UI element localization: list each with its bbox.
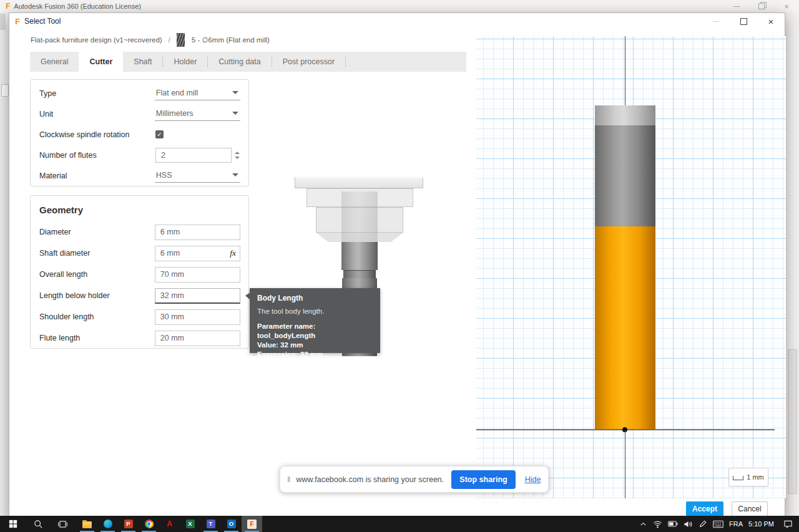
taskbar-teams[interactable]: T bbox=[200, 516, 221, 532]
tool-drawing-flute bbox=[595, 226, 655, 430]
acrobat-icon: A bbox=[167, 520, 172, 528]
unit-dropdown[interactable]: Millimeters bbox=[155, 107, 240, 121]
file-explorer-icon bbox=[82, 521, 92, 528]
clock[interactable]: 5:10 PM bbox=[748, 520, 774, 528]
number-of-flutes-input[interactable]: 2 bbox=[155, 148, 232, 163]
close-icon[interactable]: × bbox=[774, 0, 799, 12]
background-window-left-edge bbox=[0, 12, 9, 516]
taskbar-outlook[interactable]: O bbox=[221, 516, 242, 532]
task-view-icon bbox=[58, 520, 67, 529]
length-below-holder-input[interactable]: 32 mm bbox=[155, 288, 240, 304]
task-view-button[interactable] bbox=[52, 516, 73, 532]
tab-cutter[interactable]: Cutter bbox=[79, 52, 123, 72]
spindle-rotation-label: Clockwise spindle rotation bbox=[39, 130, 155, 139]
battery-icon[interactable] bbox=[668, 520, 678, 528]
drag-grip-icon[interactable]: ‖ bbox=[287, 475, 290, 484]
spindle-rotation-checkbox[interactable]: ✓ bbox=[155, 130, 164, 138]
search-button[interactable] bbox=[28, 516, 49, 532]
share-message: www.facebook.com is sharing your screen. bbox=[296, 475, 444, 484]
flutes-stepper[interactable] bbox=[235, 152, 240, 159]
breadcrumb-document[interactable]: Flat-pack furniture design (v1~recovered… bbox=[31, 36, 162, 44]
end-mill-icon bbox=[177, 33, 185, 47]
fusion360-icon: F bbox=[247, 520, 257, 529]
diameter-label: Diameter bbox=[39, 228, 155, 236]
tab-holder[interactable]: Holder bbox=[163, 52, 207, 72]
taskbar-fusion360[interactable]: F bbox=[242, 516, 262, 532]
system-tray: FRA 5:10 PM bbox=[639, 520, 793, 528]
type-dropdown[interactable]: Flat end mill bbox=[155, 87, 240, 100]
breadcrumb-tool: 5 - ∅6mm (Flat end mill) bbox=[192, 36, 270, 44]
tool-axis-line-top bbox=[625, 36, 625, 105]
tooltip-title: Body Length bbox=[257, 294, 373, 302]
taskbar-excel[interactable]: X bbox=[180, 516, 200, 532]
diameter-input[interactable]: 6 mm bbox=[155, 225, 240, 240]
number-of-flutes-label: Number of flutes bbox=[39, 151, 155, 160]
stop-sharing-button[interactable]: Stop sharing bbox=[451, 470, 515, 489]
chrome-icon bbox=[145, 520, 154, 528]
length-below-holder-label: Length below holder bbox=[39, 291, 155, 300]
geometry-panel: Geometry Diameter 6 mm Shaft diameter 6 … bbox=[30, 195, 249, 349]
cutter-form-panel: Type Flat end mill Unit Millimeters Cloc… bbox=[30, 79, 249, 186]
dialog-close-icon[interactable]: × bbox=[757, 13, 785, 29]
type-label: Type bbox=[39, 89, 155, 98]
shaft-diameter-input[interactable]: 6 mm fx bbox=[155, 246, 240, 261]
pen-icon[interactable] bbox=[699, 520, 707, 528]
start-button[interactable] bbox=[2, 516, 23, 532]
accept-button[interactable]: Accept bbox=[686, 501, 723, 516]
cancel-button[interactable]: Cancel bbox=[732, 501, 768, 516]
edge-icon bbox=[104, 520, 112, 528]
touch-keyboard-icon[interactable] bbox=[713, 520, 723, 528]
fusion-logo-icon: F bbox=[6, 2, 10, 10]
screen-share-bar: ‖ www.facebook.com is sharing your scree… bbox=[280, 466, 549, 493]
dialog-maximize-icon[interactable] bbox=[730, 13, 757, 29]
dialog-title: Select Tool bbox=[24, 17, 61, 26]
material-dropdown[interactable]: HSS bbox=[155, 169, 240, 183]
fx-icon[interactable]: fx bbox=[230, 248, 236, 258]
action-center-icon[interactable] bbox=[783, 520, 793, 528]
tab-divider bbox=[345, 57, 346, 67]
tooltip-expression: Expression: 32 mm bbox=[257, 350, 373, 359]
unit-label: Unit bbox=[39, 110, 155, 118]
minimize-icon[interactable] bbox=[724, 0, 749, 12]
chevron-up-icon[interactable] bbox=[639, 520, 647, 528]
hide-link[interactable]: Hide bbox=[525, 475, 541, 484]
breadcrumb-separator: / bbox=[169, 36, 170, 44]
chevron-down-icon bbox=[232, 173, 238, 177]
overall-length-label: Overall length bbox=[39, 270, 155, 279]
dialog-minimize-icon[interactable] bbox=[702, 13, 730, 29]
shoulder-length-input[interactable]: 30 mm bbox=[155, 309, 240, 325]
holder-flange bbox=[295, 177, 423, 188]
dialog-titlebar[interactable]: F Select Tool × bbox=[9, 13, 785, 29]
tab-general[interactable]: General bbox=[30, 52, 79, 72]
flute-length-input[interactable]: 20 mm bbox=[155, 331, 240, 346]
tab-post-processor[interactable]: Post processor bbox=[272, 52, 345, 72]
taskbar-powerpoint[interactable]: P bbox=[118, 516, 139, 532]
step-down-icon[interactable] bbox=[235, 157, 240, 159]
main-window-controls: × bbox=[724, 0, 799, 12]
grid-scale-indicator: 1 mm bbox=[728, 468, 768, 486]
tool-drawing-shank-cap bbox=[595, 105, 655, 125]
tool-shank-neck bbox=[343, 270, 376, 278]
taskbar-acrobat[interactable]: A bbox=[159, 516, 180, 532]
taskbar-file-explorer[interactable] bbox=[77, 516, 97, 532]
step-up-icon[interactable] bbox=[235, 152, 240, 154]
overall-length-input[interactable]: 70 mm bbox=[155, 267, 240, 283]
main-window-title: Autodesk Fusion 360 (Education License) bbox=[14, 2, 141, 10]
taskbar-edge[interactable] bbox=[97, 516, 118, 532]
tab-bar: General Cutter Shaft Holder Cutting data… bbox=[30, 52, 466, 72]
language-indicator[interactable]: FRA bbox=[729, 520, 743, 528]
speaker-icon[interactable] bbox=[684, 520, 693, 528]
taskbar: P A X T O F FRA 5:10 PM bbox=[0, 516, 799, 532]
scrollbar-thumb[interactable] bbox=[788, 349, 797, 494]
wifi-icon[interactable] bbox=[653, 520, 662, 528]
holder-body-lower bbox=[316, 207, 403, 233]
taskbar-chrome[interactable] bbox=[139, 516, 159, 532]
scale-bracket-icon bbox=[733, 476, 743, 480]
parameter-tooltip: Body Length The tool body length. Parame… bbox=[250, 288, 380, 353]
outlook-icon: O bbox=[227, 520, 236, 528]
tab-shaft[interactable]: Shaft bbox=[123, 52, 162, 72]
panel-collapse-handle[interactable] bbox=[1, 84, 9, 97]
restore-icon[interactable] bbox=[749, 0, 774, 12]
tab-cutting-data[interactable]: Cutting data bbox=[208, 52, 271, 72]
tool-2d-preview-grid[interactable] bbox=[476, 36, 786, 498]
